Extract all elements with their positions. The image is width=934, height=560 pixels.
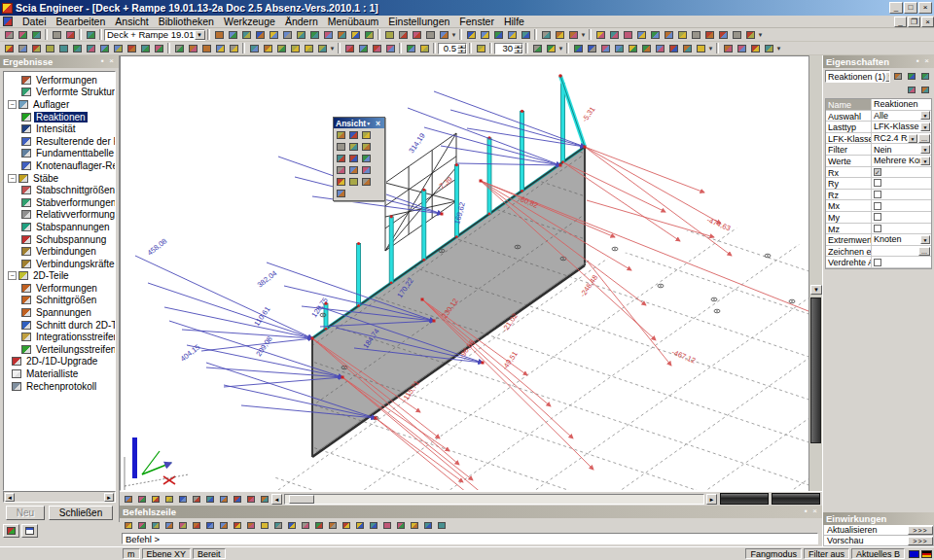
menu-ansicht[interactable]: Ansicht: [110, 15, 153, 28]
step-spinner[interactable]: 30▲▼: [494, 43, 523, 54]
vorschau-button[interactable]: >>>: [908, 537, 933, 545]
snap-ortho-icon[interactable]: [245, 519, 258, 531]
combinations-icon[interactable]: [268, 29, 280, 41]
move-node-icon[interactable]: [173, 43, 186, 54]
view-settings-icon[interactable]: [763, 43, 775, 54]
menu-werkzeuge[interactable]: Werkzeuge: [219, 15, 280, 28]
vscroll-thumb[interactable]: [810, 298, 821, 443]
tree-item-rechenprotokoll[interactable]: Rechenprotokoll: [4, 380, 115, 393]
format-painter-icon[interactable]: [567, 29, 580, 41]
opening-icon[interactable]: [627, 43, 639, 54]
chevron-down-icon[interactable]: ▼: [195, 30, 205, 40]
chevron-down-icon[interactable]: ▼: [885, 72, 890, 82]
tab-window-icon[interactable]: [21, 524, 38, 538]
property-object-selector[interactable]: Reaktionen (1) ▼: [825, 70, 890, 83]
select-icon[interactable]: [3, 43, 16, 54]
view-z-icon[interactable]: [622, 29, 634, 41]
checkbox-mz[interactable]: [874, 225, 881, 232]
toolbar-overflow-icon[interactable]: ▼: [775, 46, 782, 52]
rotate-view-icon[interactable]: [360, 141, 373, 153]
light-icon[interactable]: [360, 164, 373, 176]
tree-item-verformungen[interactable]: Verformungen: [4, 282, 115, 295]
scroll-right-icon[interactable]: ►: [104, 493, 114, 502]
beam-icon[interactable]: [572, 43, 585, 54]
zoom-in-icon[interactable]: [360, 129, 373, 141]
grid-settings-icon[interactable]: [395, 519, 408, 531]
regenerate-icon[interactable]: [218, 493, 231, 505]
zoom-window-icon[interactable]: [347, 129, 360, 141]
circle-icon[interactable]: [506, 29, 519, 41]
property-value[interactable]: RC2.4 Rampe: [874, 133, 908, 143]
document-icon[interactable]: [336, 29, 348, 41]
deselect-icon[interactable]: [44, 43, 56, 54]
pin-icon[interactable]: ▪: [914, 57, 922, 66]
undo-icon[interactable]: [51, 29, 63, 41]
open-icon[interactable]: [17, 29, 29, 41]
scale-step-icon[interactable]: [475, 43, 487, 54]
language-flag-icon[interactable]: [921, 550, 932, 558]
chevron-down-icon[interactable]: ▼: [920, 111, 930, 120]
tree-item-st-be[interactable]: −Stäbe: [4, 172, 115, 185]
schliessen-button[interactable]: Schließen: [49, 506, 113, 520]
copy-view-icon[interactable]: [347, 176, 360, 188]
layers-icon[interactable]: [281, 29, 294, 41]
tree-item-resulterende-der-reaktione[interactable]: Resulterende der Reaktione: [4, 135, 115, 148]
open-view-icon[interactable]: [347, 164, 360, 176]
hinge-icon[interactable]: [681, 43, 694, 54]
maximize-button[interactable]: □: [904, 2, 917, 14]
plane-yz-icon[interactable]: [381, 519, 394, 531]
visible-layers-icon[interactable]: [71, 43, 84, 54]
tree-item-verbindungskr-fte[interactable]: Verbindungskräfte: [4, 258, 115, 270]
property-value[interactable]: Nein: [874, 145, 920, 155]
zoom-previous-icon[interactable]: [347, 153, 360, 164]
tree-item-verformte-struktur[interactable]: Verformte Struktur: [4, 87, 115, 99]
spinner-arrow-icon[interactable]: ▼: [514, 49, 522, 53]
save-view-icon[interactable]: [722, 43, 735, 54]
ungroup-icon[interactable]: [384, 43, 397, 54]
menu-hilfe[interactable]: Hilfe: [499, 15, 529, 28]
mdi-document-icon[interactable]: [3, 17, 13, 26]
menu-ndern[interactable]: Ändern: [280, 15, 323, 28]
tree-item-schnitt-durch-2d-teil[interactable]: Schnitt durch 2D-Teil: [4, 319, 115, 332]
show-element-icon[interactable]: [98, 43, 111, 54]
snap-intersection-icon[interactable]: [177, 519, 190, 531]
copy-special-icon[interactable]: [554, 29, 566, 41]
view-x-icon[interactable]: [594, 29, 607, 41]
property-value[interactable]: Knoten: [874, 234, 920, 244]
toolbar-overflow-icon[interactable]: ▼: [757, 32, 764, 38]
palette-icon[interactable]: [259, 493, 271, 505]
ellipsis-button[interactable]: ...: [918, 134, 930, 143]
tree-item-verbindungen[interactable]: Verbindungen: [4, 245, 115, 258]
select-add-icon[interactable]: [17, 43, 29, 54]
shrink-view-icon[interactable]: [139, 43, 152, 54]
snap-center-icon[interactable]: [218, 519, 231, 531]
viewport-vscrollbar[interactable]: ▼: [808, 55, 822, 491]
select-polygon-icon[interactable]: [30, 43, 43, 54]
close-button[interactable]: ×: [918, 2, 932, 14]
ucs-move-icon[interactable]: [313, 519, 326, 531]
view-bottom-icon[interactable]: [717, 29, 730, 41]
send-back-icon[interactable]: [357, 43, 370, 54]
mdi-close-button[interactable]: ×: [921, 17, 934, 27]
scrollbar-drop-icon[interactable]: ▼: [810, 285, 822, 295]
aktualisieren-button[interactable]: >>>: [908, 526, 933, 535]
current-layer-swatch[interactable]: [909, 550, 919, 558]
new-icon[interactable]: [3, 29, 16, 41]
snap-tangent-icon[interactable]: [204, 519, 217, 531]
beam-support-icon[interactable]: [667, 43, 680, 54]
mdi-minimize-button[interactable]: _: [894, 17, 907, 27]
magnet-icon[interactable]: [418, 43, 431, 54]
grid-step-icon[interactable]: [545, 43, 557, 54]
catalog-icon[interactable]: [213, 29, 226, 41]
spinner-arrow-icon[interactable]: ▼: [457, 49, 466, 53]
menu-menbaum[interactable]: Menübaum: [323, 15, 384, 28]
view-custom-icon[interactable]: [744, 29, 757, 41]
hidden-lines-icon[interactable]: [150, 493, 162, 505]
step-spinner[interactable]: 0.5▲▼: [438, 43, 467, 54]
tree-expander-icon[interactable]: −: [8, 100, 17, 109]
checkbox-verdrehte a...[interactable]: [874, 259, 881, 266]
hide-element-icon[interactable]: [85, 43, 97, 54]
escape-icon[interactable]: [123, 519, 135, 531]
chevron-down-icon[interactable]: ▼: [920, 145, 930, 154]
render-mode-icon[interactable]: [153, 43, 165, 54]
